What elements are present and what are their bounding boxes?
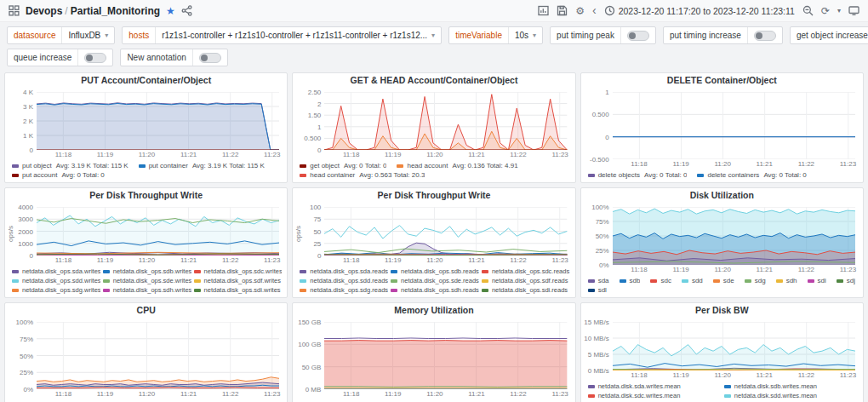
legend-item[interactable]: sdd [682, 277, 703, 285]
panel-title[interactable]: CPU [5, 303, 287, 318]
legend-series-name[interactable]: netdata.disk.sdb.writes.mean [734, 382, 817, 391]
chart-area[interactable]: 4 K3 K2 K1 K011:1811:1911:2011:2111:2211… [5, 88, 287, 161]
panel-title[interactable]: Disk Utilization [581, 188, 863, 203]
variable-value-hosts[interactable]: r1z1s1-controller + r1z1s10-controller +… [155, 27, 441, 43]
legend-series-name[interactable]: delete objects [598, 171, 640, 180]
tv-mode-icon[interactable] [848, 5, 859, 16]
legend-item[interactable]: sdj [837, 277, 855, 285]
toggle-new-annotation[interactable]: New annotation [120, 49, 228, 66]
chart-area[interactable]: 150 GB100 GB50 GB0 MB11:1811:1911:2011:2… [293, 318, 574, 400]
time-range-picker[interactable]: 2023-12-20 11:17:20 to 2023-12-20 11:23:… [604, 5, 795, 16]
variable-datasource[interactable]: datasource InfluxDB▾ [7, 26, 115, 44]
variable-value-timevariable[interactable]: 10s▾ [508, 27, 542, 43]
legend-item[interactable]: sda [588, 277, 609, 285]
legend-item[interactable]: delete objectsAvg: 0 Total: 0 [588, 171, 688, 180]
legend-item[interactable]: netdata.disk_ops.sdg.reads [300, 286, 388, 295]
panel-title[interactable]: Memory Utilization [293, 303, 574, 318]
legend-item[interactable]: netdata.disk_ops.sdh.writes [103, 286, 191, 295]
settings-icon[interactable]: ⚙ [575, 6, 585, 16]
legend-item[interactable]: netdata.disk_ops.sda.writes [12, 267, 100, 276]
variable-timevariable[interactable]: timeVariable 10s▾ [448, 26, 543, 44]
legend-item[interactable]: delete containersAvg: 0 Total: 0 [697, 171, 806, 180]
legend-item[interactable]: put accountAvg: 0 Total: 0 [12, 171, 105, 180]
legend-item[interactable]: netdata.disk_ops.sde.writes [103, 277, 191, 285]
legend-item[interactable]: netdata.disk.sdd.writes.mean [724, 392, 858, 400]
panel-title[interactable]: Per Disk BW [581, 303, 863, 318]
legend-item[interactable]: netdata.disk_ops.sde.reads [391, 277, 479, 285]
legend-item[interactable]: sdl [588, 286, 607, 295]
legend-item[interactable]: sdg [745, 277, 766, 285]
toggle-switch[interactable] [747, 27, 782, 43]
apps-grid-icon[interactable] [9, 5, 20, 16]
legend-item[interactable]: sdh [776, 277, 797, 285]
toggle-switch[interactable] [192, 49, 227, 66]
legend-item[interactable]: sdc [650, 277, 671, 285]
legend-item[interactable]: netdata.disk_ops.sdb.writes [103, 267, 191, 276]
panel-title[interactable]: DELETE Container/Object [581, 73, 863, 88]
chart-area[interactable]: 4000300020001000011:1811:1911:2011:2111:… [5, 203, 287, 267]
legend-item[interactable]: netdata.disk.sdb.writes.mean [724, 382, 858, 391]
legend-item[interactable]: netdata.disk_ops.sdi.writes [194, 286, 283, 295]
legend-series-name[interactable]: head account [407, 162, 448, 170]
chevron-left-icon[interactable]: ‹ [592, 4, 597, 16]
legend-series-name[interactable]: put container [149, 162, 188, 170]
legend-series-name[interactable]: netdata.disk_ops.sdd.reads [310, 277, 388, 285]
legend-item[interactable]: sdb [620, 277, 641, 285]
toggle-put-timing-increase[interactable]: put timing increase [663, 26, 783, 44]
legend-item[interactable]: netdata.disk.sda.writes.mean [588, 382, 722, 391]
legend-series-name[interactable]: netdata.disk_ops.sdd.writes [22, 277, 100, 285]
legend-series-name[interactable]: sdl [598, 286, 607, 295]
add-panel-icon[interactable] [538, 5, 549, 16]
legend-series-name[interactable]: netdata.disk_ops.sdf.writes [204, 277, 281, 285]
share-icon[interactable] [181, 5, 192, 16]
legend-item[interactable]: sdi [808, 277, 826, 285]
legend-item[interactable]: get objectAvg: 0 Total: 0 [300, 162, 386, 170]
legend-series-name[interactable]: netdata.disk_ops.sdb.reads [401, 267, 479, 276]
legend-series-name[interactable]: netdata.disk_ops.sda.writes [22, 267, 100, 276]
legend-series-name[interactable]: sdd [692, 277, 703, 285]
legend-item[interactable]: netdata.disk_ops.sdd.reads [300, 277, 388, 285]
legend-item[interactable]: netdata.disk.sdc.writes.mean [588, 392, 722, 400]
legend-item[interactable]: netdata.disk_ops.sdi.reads [482, 286, 570, 295]
legend-series-name[interactable]: sdj [847, 277, 855, 285]
legend-item[interactable]: netdata.disk_ops.sdd.writes [12, 277, 100, 285]
legend-series-name[interactable]: get object [310, 162, 340, 170]
legend-item[interactable]: netdata.disk_ops.sdb.reads [391, 267, 479, 276]
legend-series-name[interactable]: netdata.disk_ops.sdc.reads [492, 267, 569, 276]
legend-series-name[interactable]: netdata.disk_ops.sdc.writes [204, 267, 283, 276]
zoom-out-icon[interactable] [802, 5, 814, 16]
chart-area[interactable]: 10.5000-0.50011:1811:1911:2011:2111:2211… [581, 88, 863, 170]
chart-area[interactable]: 15 MB/s10 MB/s5 MB/s0 MB/s11:1811:1911:2… [581, 318, 863, 382]
toggle-queue-increase[interactable]: queue increase [7, 49, 113, 66]
legend-series-name[interactable]: sda [598, 277, 609, 285]
chart-area[interactable]: 100%75%50%25%0%11:1811:1911:2011:2111:22… [581, 203, 863, 276]
legend-item[interactable]: netdata.disk_ops.sdc.reads [482, 267, 570, 276]
panel-title[interactable]: Per Disk Throughput Write [293, 188, 574, 203]
legend-series-name[interactable]: netdata.disk_ops.sda.reads [310, 267, 388, 276]
chart-area[interactable]: 100%75%50%25%0%11:1811:1911:2011:2111:22… [5, 318, 287, 400]
legend-series-name[interactable]: netdata.disk.sdd.writes.mean [734, 392, 817, 400]
legend-item[interactable]: put containerAvg: 3.19 K Total: 115 K [139, 162, 265, 170]
legend-series-name[interactable]: netdata.disk_ops.sdf.reads [492, 277, 568, 285]
legend-series-name[interactable]: netdata.disk_ops.sdh.reads [401, 286, 479, 295]
legend-item[interactable]: head containerAvg: 0.563 Total: 20.3 [300, 171, 425, 180]
legend-series-name[interactable]: put object [22, 162, 52, 170]
legend-series-name[interactable]: put account [22, 171, 57, 180]
legend-item[interactable]: netdata.disk_ops.sdc.writes [194, 267, 283, 276]
breadcrumb[interactable]: Devops / Partial_Monitoring [26, 5, 160, 17]
panel-title[interactable]: GET & HEAD Account/Container/Object [293, 73, 574, 88]
panel-title[interactable]: Per Disk Throughput Write [5, 188, 287, 203]
legend-item[interactable]: netdata.disk_ops.sdh.reads [391, 286, 479, 295]
chart-area[interactable]: 100755025011:1811:1911:2011:2111:2211:23… [293, 203, 574, 267]
legend-series-name[interactable]: netdata.disk_ops.sdh.writes [113, 286, 191, 295]
legend-series-name[interactable]: netdata.disk.sda.writes.mean [598, 382, 681, 391]
legend-item[interactable]: put objectAvg: 3.19 K Total: 115 K [12, 162, 128, 170]
toggle-switch[interactable] [620, 27, 655, 43]
legend-series-name[interactable]: netdata.disk_ops.sdg.reads [310, 286, 388, 295]
toggle-get-object-increase[interactable]: get object increase [790, 26, 868, 44]
variable-hosts[interactable]: hosts r1z1s1-controller + r1z1s10-contro… [122, 26, 442, 44]
breadcrumb-folder[interactable]: Devops [26, 5, 62, 17]
toggle-switch[interactable] [77, 49, 112, 66]
legend-item[interactable]: netdata.disk_ops.sdf.writes [194, 277, 283, 285]
legend-series-name[interactable]: netdata.disk_ops.sdi.writes [204, 286, 281, 295]
